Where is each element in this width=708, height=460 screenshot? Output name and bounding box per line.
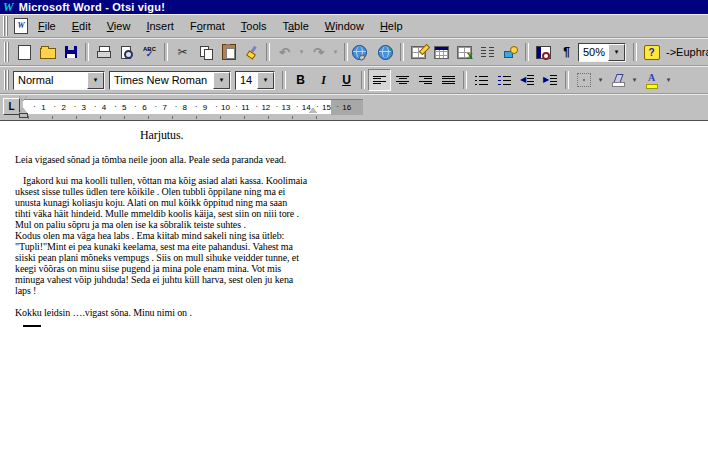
italic-button[interactable]: I bbox=[312, 69, 335, 91]
formatting-toolbar-drag-handle[interactable] bbox=[4, 70, 11, 90]
redo-dropdown-button[interactable]: ▾ bbox=[330, 41, 341, 63]
excel-worksheet-icon: X bbox=[457, 46, 472, 59]
menubar-drag-handle[interactable] bbox=[3, 16, 10, 36]
align-right-button[interactable] bbox=[414, 69, 437, 91]
undo-button[interactable]: ↶ bbox=[273, 41, 296, 63]
format-painter-button[interactable] bbox=[240, 41, 263, 63]
open-button[interactable] bbox=[36, 41, 59, 63]
left-indent-marker[interactable] bbox=[19, 113, 28, 118]
menu-item-edit[interactable]: Edit bbox=[64, 17, 99, 35]
increase-indent-button[interactable]: ▶ bbox=[539, 69, 562, 91]
print-preview-button[interactable] bbox=[115, 41, 138, 63]
menu-item-view[interactable]: View bbox=[99, 17, 139, 35]
insert-table-button[interactable] bbox=[430, 41, 453, 63]
show-hide-button[interactable]: ¶ bbox=[555, 41, 578, 63]
font-dropdown-arrow[interactable]: ▾ bbox=[213, 72, 230, 89]
euphrates-button[interactable]: ->Euphrates bbox=[663, 46, 708, 58]
menu-item-tools[interactable]: Tools bbox=[233, 17, 275, 35]
office-assistant-button[interactable]: ? bbox=[640, 41, 663, 63]
font-color-icon: A bbox=[646, 72, 658, 89]
menu-item-file[interactable]: File bbox=[30, 17, 64, 35]
closing-paragraph[interactable]: Kokku leidsin ….vigast sõna. Minu nimi o… bbox=[15, 307, 708, 318]
justify-button[interactable] bbox=[437, 69, 460, 91]
redo-button[interactable]: ↷ bbox=[307, 41, 330, 63]
size-combobox[interactable]: 14 ▾ bbox=[235, 71, 275, 90]
standard-toolbar-drag-handle[interactable] bbox=[4, 42, 11, 62]
printer-icon bbox=[97, 46, 111, 59]
insert-excel-button[interactable]: X bbox=[453, 41, 476, 63]
body-line[interactable]: unusta kunagi koliasju koju. Alati on mu… bbox=[15, 197, 345, 208]
body-line[interactable]: tihti väka häit hindeid. Mulle mmeldib k… bbox=[15, 208, 345, 219]
intro-paragraph[interactable]: Leia vigased sõnad ja tõmba neile joon a… bbox=[15, 154, 708, 165]
formatting-toolbar: Normal ▾ Times New Roman ▾ 14 ▾ B I U ◀ … bbox=[0, 66, 708, 94]
toolbar-separator bbox=[463, 71, 467, 89]
cut-button[interactable]: ✂ bbox=[171, 41, 194, 63]
borders-dropdown-button[interactable]: ▾ bbox=[595, 69, 606, 91]
style-dropdown-arrow[interactable]: ▾ bbox=[87, 72, 104, 89]
document-control-icon[interactable]: W bbox=[14, 18, 28, 34]
body-line[interactable]: "Tupli!"Mint ei pea kunaki keelama, sest… bbox=[15, 241, 345, 252]
columns-icon bbox=[481, 47, 494, 58]
ruler-tick: · bbox=[154, 101, 157, 111]
size-dropdown-arrow[interactable]: ▾ bbox=[257, 72, 274, 89]
document-map-button[interactable] bbox=[532, 41, 555, 63]
style-combobox[interactable]: Normal ▾ bbox=[13, 71, 105, 90]
title-bar[interactable]: W Microsoft Word - Otsi vigu! bbox=[0, 0, 708, 14]
copy-button[interactable] bbox=[194, 41, 217, 63]
new-document-button[interactable] bbox=[13, 41, 36, 63]
menu-item-table[interactable]: Table bbox=[274, 17, 316, 35]
word-logo-icon: W bbox=[3, 1, 14, 13]
body-line[interactable]: siiski pean plani mõneks vempugs . Siis … bbox=[15, 252, 345, 263]
assistant-help-icon: ? bbox=[644, 45, 660, 60]
drawing-button[interactable] bbox=[499, 41, 522, 63]
bullet-list-icon bbox=[498, 75, 511, 86]
zoom-dropdown-arrow[interactable]: ▾ bbox=[608, 44, 625, 61]
align-left-button[interactable] bbox=[368, 69, 391, 91]
body-line[interactable]: uksest sisse tulles üdlen tere kõikile .… bbox=[15, 186, 345, 197]
menu-item-help[interactable]: Help bbox=[372, 17, 411, 35]
body-line[interactable]: Igakord kui ma koolli tullen, võttan ma … bbox=[15, 175, 345, 186]
ruler-tick: · bbox=[53, 101, 56, 111]
paste-button[interactable] bbox=[217, 41, 240, 63]
align-center-button[interactable] bbox=[391, 69, 414, 91]
font-combobox[interactable]: Times New Roman ▾ bbox=[109, 71, 231, 90]
columns-button[interactable] bbox=[476, 41, 499, 63]
body-paragraph[interactable]: Igakord kui ma koolli tullen, võttan ma … bbox=[15, 175, 345, 296]
spelling-button[interactable]: ABC ✓ bbox=[138, 41, 161, 63]
bold-button[interactable]: B bbox=[289, 69, 312, 91]
font-color-button[interactable]: A bbox=[640, 69, 663, 91]
body-line[interactable]: minuga vahest võip juhduda! Seda ei juht… bbox=[15, 274, 345, 285]
insert-hyperlink-button[interactable] bbox=[351, 41, 374, 63]
borders-button[interactable] bbox=[572, 69, 595, 91]
zoom-combobox[interactable]: 50% ▾ bbox=[578, 43, 626, 62]
menu-item-format[interactable]: Format bbox=[182, 17, 233, 35]
print-button[interactable] bbox=[92, 41, 115, 63]
save-floppy-icon bbox=[65, 46, 77, 58]
highlight-button[interactable] bbox=[606, 69, 629, 91]
body-line[interactable]: keegi võõras on minu siise pugend ja min… bbox=[15, 263, 345, 274]
ruler-strip[interactable]: 1·2·3·4·5·6·7·8·9·10·11·12·13·14·15·16· bbox=[23, 99, 363, 114]
toolbar-separator bbox=[164, 43, 168, 61]
menu-item-insert[interactable]: Insert bbox=[138, 17, 182, 35]
document-page[interactable]: Harjutus. Leia vigased sõnad ja tõmba ne… bbox=[0, 121, 708, 460]
numbering-button[interactable] bbox=[470, 69, 493, 91]
web-toolbar-button[interactable] bbox=[374, 41, 397, 63]
body-line[interactable]: laps ! bbox=[15, 285, 345, 296]
decrease-indent-button[interactable]: ◀ bbox=[516, 69, 539, 91]
document-heading[interactable]: Harjutus. bbox=[140, 128, 708, 143]
undo-dropdown-button[interactable]: ▾ bbox=[296, 41, 307, 63]
highlight-dropdown-button[interactable]: ▾ bbox=[629, 69, 640, 91]
save-button[interactable] bbox=[59, 41, 82, 63]
body-line[interactable]: Mul on paliu sõpru ja ma olen ise ka sõb… bbox=[15, 219, 345, 230]
menu-item-window[interactable]: Window bbox=[317, 17, 372, 35]
size-value: 14 bbox=[236, 74, 256, 86]
tab-selector-button[interactable]: L bbox=[3, 98, 20, 115]
bullets-button[interactable] bbox=[493, 69, 516, 91]
body-line[interactable]: Kodus olen ma väga hea labs . Ema kiitab… bbox=[15, 230, 345, 241]
first-line-indent-marker[interactable] bbox=[19, 96, 27, 101]
toolbar-separator bbox=[266, 43, 270, 61]
zoom-value: 50% bbox=[579, 46, 608, 58]
tables-and-borders-button[interactable] bbox=[407, 41, 430, 63]
font-color-dropdown-button[interactable]: ▾ bbox=[663, 69, 674, 91]
underline-button[interactable]: U bbox=[335, 69, 358, 91]
